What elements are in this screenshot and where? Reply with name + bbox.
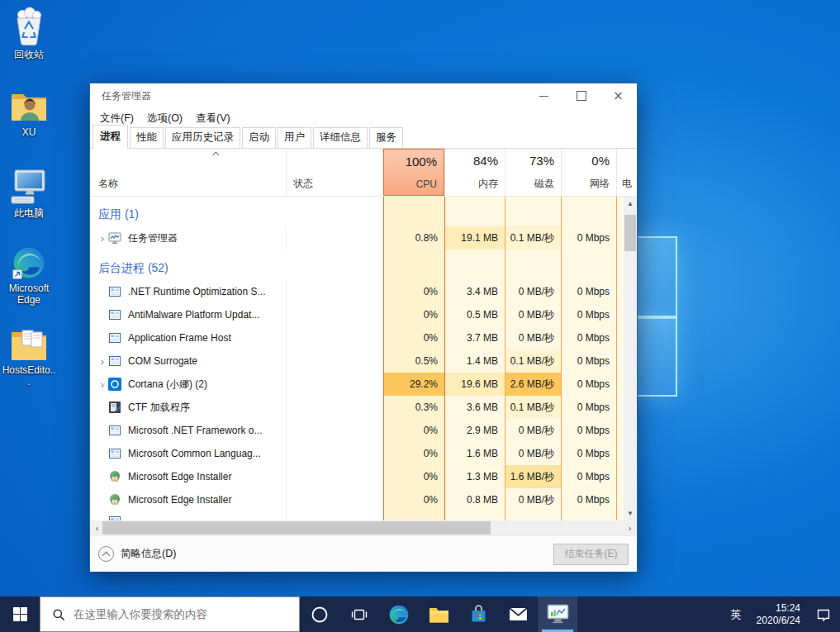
process-status-cell <box>286 488 383 511</box>
expand-chevron-icon[interactable]: › <box>97 355 108 368</box>
disk-cell: 0 MB/秒 <box>505 442 561 465</box>
maximize-icon <box>577 91 586 101</box>
maximize-button[interactable] <box>562 84 600 108</box>
process-name-cell: Microsoft Edge Installer <box>90 488 286 511</box>
vertical-scroll-thumb[interactable] <box>624 215 636 251</box>
taskbar-clock[interactable]: 15:24 2020/6/24 <box>750 602 807 627</box>
minimize-button[interactable] <box>525 84 562 108</box>
close-button[interactable]: × <box>600 84 637 108</box>
desktop-icon-user-folder[interactable]: XU <box>1 83 57 138</box>
process-name-cell: .NET Runtime Optimization S... <box>90 280 286 303</box>
desktop-icon-edge[interactable]: Microsoft Edge <box>1 239 57 306</box>
expand-chevron-icon[interactable]: › <box>97 232 108 245</box>
process-name: CTF 加载程序 <box>128 401 190 415</box>
tab-bar: 进程性能应用历史记录启动用户详细信息服务 <box>90 128 637 149</box>
taskbar-button-cortana[interactable] <box>300 596 339 632</box>
disk-cell: 0 MB/秒 <box>505 303 561 326</box>
process-row[interactable]: CTF 加载程序0.3%3.6 MB0.1 MB/秒0 Mbps <box>90 396 637 419</box>
disk-cell <box>505 511 561 520</box>
group-row[interactable]: 后台进程 (52) <box>90 257 637 280</box>
expand-chevron-icon[interactable]: › <box>97 378 108 391</box>
group-row[interactable]: 应用 (1) <box>90 203 637 226</box>
process-name-cell: ›Cortana (小娜) (2) <box>90 373 286 396</box>
column-header-name[interactable]: ^ 名称 <box>90 149 286 196</box>
horizontal-scrollbar[interactable]: ‹ › <box>90 520 637 535</box>
taskbar-button-task-manager[interactable] <box>538 596 577 632</box>
scroll-right-icon[interactable]: › <box>623 520 637 535</box>
start-button[interactable] <box>0 596 40 632</box>
column-header-cpu[interactable]: 100%CPU <box>383 149 444 196</box>
process-name-cell: CTF 加载程序 <box>90 396 286 419</box>
edgeinst-icon <box>108 493 121 506</box>
taskbar-search[interactable] <box>40 596 300 632</box>
table-header: ^ 名称 状态 100%CPU 84%内存 73%磁盘 0%网络 电 <box>90 149 637 197</box>
end-task-button[interactable]: 结束任务(E) <box>553 544 629 565</box>
desktop-icon-this-pc[interactable]: 此电脑 <box>1 164 57 219</box>
menu-item[interactable]: 选项(O) <box>140 109 189 128</box>
process-status-cell <box>286 280 383 303</box>
taskbar-button-file-explorer[interactable] <box>419 596 458 632</box>
process-row[interactable]: ›COM Surrogate0.5%1.4 MB0.1 MB/秒0 Mbps <box>90 349 637 373</box>
tab-启动[interactable]: 启动 <box>242 127 276 149</box>
scroll-down-icon[interactable]: ▼ <box>624 506 637 520</box>
process-row[interactable]: Microsoft Edge Installer0%0.8 MB0 MB/秒0 … <box>90 488 637 511</box>
network-cell <box>561 511 616 520</box>
action-center-icon <box>816 607 831 622</box>
tab-进程[interactable]: 进程 <box>93 125 128 149</box>
action-center-button[interactable] <box>807 607 840 622</box>
cpu-cell <box>383 197 444 203</box>
process-row[interactable]: Microsoft Common Languag...0%1.6 MB0 MB/… <box>90 442 637 465</box>
column-header-status[interactable]: 状态 <box>286 149 383 196</box>
cortana-icon <box>311 606 329 624</box>
network-cell: 0 Mbps <box>561 303 616 326</box>
network-cell <box>561 249 616 257</box>
taskbar-button-task-view[interactable] <box>339 596 379 632</box>
process-row[interactable]: ›任务管理器0.8%19.1 MB0.1 MB/秒0 Mbps <box>90 226 637 249</box>
desktop-icon-folder-docs[interactable]: HostsEdito... <box>1 321 57 387</box>
process-row[interactable]: ›Cortana (小娜) (2)29.2%19.6 MB2.6 MB/秒0 M… <box>90 373 637 396</box>
desktop-icon-label: 回收站 <box>1 49 57 60</box>
language-indicator[interactable]: 英 <box>723 607 750 622</box>
horizontal-scroll-thumb[interactable] <box>102 521 491 535</box>
cpu-cell: 0% <box>383 465 444 488</box>
taskbar-button-mail[interactable] <box>498 596 538 632</box>
tab-详细信息[interactable]: 详细信息 <box>313 127 368 149</box>
winapp-icon <box>108 354 121 368</box>
network-cell: 0 Mbps <box>561 226 616 249</box>
column-header-power[interactable]: 电 <box>616 149 637 196</box>
network-cell: 0 Mbps <box>561 373 616 396</box>
process-row[interactable]: Application Frame Host0%3.7 MB0 MB/秒0 Mb… <box>90 326 637 349</box>
fewer-details-toggle[interactable]: 简略信息(D) <box>98 546 176 562</box>
taskbar-button-store[interactable] <box>458 596 498 632</box>
process-row[interactable]: .NET Runtime Optimization S...0%3.4 MB0 … <box>90 280 637 303</box>
column-header-memory[interactable]: 84%内存 <box>444 149 505 196</box>
disk-cell: 0 MB/秒 <box>505 280 561 303</box>
memory-cell: 0.8 MB <box>444 488 505 511</box>
process-name-cell: Microsoft Edge Installer <box>90 465 286 488</box>
disk-cell: 0 MB/秒 <box>505 488 561 511</box>
filler-row <box>90 511 637 520</box>
tab-应用历史记录[interactable]: 应用历史记录 <box>165 127 240 149</box>
process-name: Microsoft Common Languag... <box>128 448 261 459</box>
tab-服务[interactable]: 服务 <box>369 127 403 149</box>
network-cell: 0 Mbps <box>561 419 616 442</box>
clock-time: 15:24 <box>776 602 800 614</box>
group-header-cell: 应用 (1) <box>90 203 383 226</box>
process-status-cell <box>286 442 383 465</box>
column-header-network[interactable]: 0%网络 <box>561 149 616 196</box>
memory-cell: 19.1 MB <box>444 226 505 249</box>
process-row[interactable]: AntiMalware Platform Updat...0%0.5 MB0 M… <box>90 303 637 326</box>
tab-性能[interactable]: 性能 <box>130 127 164 149</box>
process-row[interactable]: Microsoft .NET Framework o...0%2.9 MB0 M… <box>90 419 637 442</box>
menu-item[interactable]: 查看(V) <box>189 109 237 128</box>
search-input[interactable] <box>74 608 299 620</box>
taskbar-button-edge[interactable] <box>379 596 419 632</box>
scroll-up-icon[interactable]: ▲ <box>624 197 637 211</box>
process-row[interactable]: Microsoft Edge Installer0%1.3 MB1.6 MB/秒… <box>90 465 637 488</box>
cpu-cell: 0% <box>383 280 444 303</box>
desktop-icon-recycle-bin[interactable]: 回收站 <box>1 5 57 60</box>
column-header-disk[interactable]: 73%磁盘 <box>505 149 561 196</box>
vertical-scrollbar[interactable]: ▲ ▼ <box>624 197 637 520</box>
group-header-cell: 后台进程 (52) <box>90 257 383 280</box>
tab-用户[interactable]: 用户 <box>278 127 311 149</box>
